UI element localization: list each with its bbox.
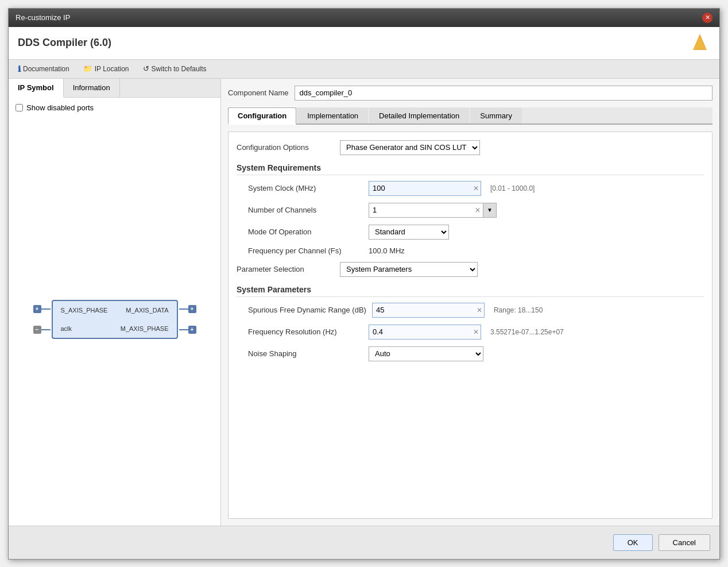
app-title: DDS Compiler (6.0) [18, 37, 111, 49]
param-selection-select[interactable]: System Parameters Hardware Parameters [340, 262, 478, 277]
noise-shaping-row: Noise Shaping Auto None Phase Dithering … [237, 346, 704, 361]
left-tab-content: Show disabled ports + − [9, 98, 220, 526]
num-channels-row: Number of Channels ✕ ▼ [237, 203, 704, 218]
footer: OK Cancel [9, 526, 719, 559]
cancel-button[interactable]: Cancel [659, 534, 710, 551]
app-logo [690, 33, 710, 53]
ip-location-button[interactable]: 📁 IP Location [81, 63, 131, 74]
tab-summary[interactable]: Summary [470, 107, 522, 124]
config-options-select[interactable]: Phase Generator and SIN COS LUT Phase Ge… [340, 140, 480, 155]
system-clock-input-wrap: ✕ [369, 181, 481, 196]
system-clock-range: [0.01 - 1000.0] [490, 184, 535, 192]
port-plus-m-axis-data[interactable]: + [188, 305, 196, 313]
freq-resolution-input-wrap: ✕ [369, 325, 481, 340]
left-port-labels: S_AXIS_PHASE aclk [61, 307, 108, 332]
num-channels-dropdown: ✕ ▼ [369, 203, 497, 218]
freq-resolution-input[interactable] [369, 325, 481, 340]
system-params-heading: System Parameters [237, 285, 704, 297]
mode-operation-select[interactable]: Standard Rasterized [369, 225, 449, 240]
param-selection-row: Parameter Selection System Parameters Ha… [237, 262, 704, 277]
port-plus-m-axis-phase[interactable]: + [188, 326, 196, 334]
sfdr-row: Spurious Free Dynamic Range (dB) ✕ Range… [237, 303, 704, 318]
sfdr-input[interactable] [372, 303, 485, 318]
tab-information[interactable]: Information [64, 79, 120, 97]
system-clock-clear-btn[interactable]: ✕ [473, 184, 479, 192]
freq-resolution-row: Frequency Resolution (Hz) ✕ 3.55271e-07.… [237, 325, 704, 340]
sfdr-range: Range: 18...150 [494, 306, 543, 314]
component-name-input[interactable] [295, 86, 713, 101]
left-connectors: + − [33, 305, 52, 334]
noise-shaping-label: Noise Shaping [248, 349, 363, 358]
switch-defaults-label: Switch to Defaults [152, 65, 207, 73]
r-connector-line-2 [179, 329, 188, 330]
left-tabs: IP Symbol Information [9, 79, 220, 98]
connector-line-1 [41, 308, 51, 310]
system-requirements-heading: System Requirements [237, 163, 704, 175]
left-panel: IP Symbol Information Show disabled port… [9, 79, 221, 526]
freq-resolution-label: Frequency Resolution (Hz) [248, 327, 363, 336]
toolbar: ℹ Documentation 📁 IP Location ↺ Switch t… [9, 60, 719, 79]
config-content: Configuration Options Phase Generator an… [228, 132, 712, 519]
ok-button[interactable]: OK [613, 534, 653, 551]
freq-resolution-clear-btn[interactable]: ✕ [473, 328, 479, 336]
documentation-label: Documentation [23, 65, 69, 73]
system-clock-input[interactable] [369, 181, 481, 196]
num-channels-label: Number of Channels [248, 206, 363, 214]
close-button[interactable]: ✕ [702, 13, 712, 23]
config-options-label: Configuration Options [237, 143, 334, 152]
freq-channel-row: Frequency per Channel (Fs) 100.0 MHz [237, 246, 704, 255]
app-header: DDS Compiler (6.0) [9, 27, 719, 60]
port-plus-s-axis[interactable]: + [33, 305, 41, 313]
tab-ip-symbol[interactable]: IP Symbol [9, 79, 64, 98]
main-content: IP Symbol Information Show disabled port… [9, 79, 719, 526]
config-options-row: Configuration Options Phase Generator an… [237, 140, 704, 155]
r-connector-line-1 [179, 308, 188, 310]
m-axis-data-label: M_AXIS_DATA [121, 307, 169, 314]
s-axis-phase-label: S_AXIS_PHASE [61, 307, 108, 314]
sfdr-input-wrap: ✕ [372, 303, 485, 318]
left-connector-2: − [33, 326, 52, 334]
port-minus-aclk[interactable]: − [33, 326, 41, 334]
param-selection-label: Parameter Selection [237, 265, 334, 273]
ip-symbol-container: + − S_AXIS_PHASE [33, 300, 196, 339]
freq-resolution-range: 3.55271e-07...1.25e+07 [490, 328, 564, 336]
right-connector-2: + [178, 326, 196, 334]
documentation-button[interactable]: ℹ Documentation [16, 63, 72, 75]
title-bar: Re-customize IP ✕ [9, 9, 719, 27]
system-clock-label: System Clock (MHz) [248, 184, 363, 192]
component-name-label: Component Name [228, 88, 289, 97]
sfdr-clear-btn[interactable]: ✕ [477, 306, 482, 314]
aclk-label: aclk [61, 325, 108, 332]
symbol-area: + − S_AXIS_PHASE [16, 119, 214, 520]
switch-to-defaults-button[interactable]: ↺ Switch to Defaults [141, 63, 209, 74]
noise-shaping-select[interactable]: Auto None Phase Dithering Taylor Series … [369, 346, 483, 361]
show-disabled-ports-row: Show disabled ports [16, 103, 214, 112]
system-clock-row: System Clock (MHz) ✕ [0.01 - 1000.0] [237, 181, 704, 196]
info-icon: ℹ [18, 64, 21, 74]
tab-configuration[interactable]: Configuration [228, 107, 296, 125]
connector-line-2 [41, 329, 51, 330]
right-connectors: + + [178, 305, 196, 334]
show-disabled-ports-label: Show disabled ports [26, 103, 94, 112]
right-panel: Component Name Configuration Implementat… [221, 79, 719, 526]
ip-location-label: IP Location [95, 65, 129, 73]
mode-operation-label: Mode Of Operation [248, 227, 363, 236]
show-disabled-ports-checkbox[interactable] [16, 104, 23, 111]
mode-operation-row: Mode Of Operation Standard Rasterized [237, 225, 704, 240]
dialog-title: Re-customize IP [16, 13, 70, 22]
tab-detailed-implementation[interactable]: Detailed Implementation [369, 107, 469, 124]
num-channels-input[interactable] [369, 204, 473, 216]
refresh-icon: ↺ [143, 64, 149, 73]
dialog: Re-customize IP ✕ DDS Compiler (6.0) ℹ D… [8, 8, 720, 560]
component-name-row: Component Name [228, 86, 712, 101]
freq-channel-value: 100.0 MHz [369, 246, 405, 255]
left-connector-1: + [33, 305, 52, 313]
right-port-labels: M_AXIS_DATA M_AXIS_PHASE [121, 307, 169, 332]
right-connector-1: + [178, 305, 196, 313]
num-channels-dropdown-btn[interactable]: ▼ [483, 203, 496, 217]
ip-symbol-inner: S_AXIS_PHASE aclk M_AXIS_DATA M_AXIS_PHA… [61, 307, 169, 332]
tab-implementation[interactable]: Implementation [297, 107, 368, 124]
sfdr-label: Spurious Free Dynamic Range (dB) [248, 306, 366, 314]
m-axis-phase-label: M_AXIS_PHASE [121, 325, 169, 332]
num-channels-clear-btn[interactable]: ✕ [475, 206, 481, 214]
